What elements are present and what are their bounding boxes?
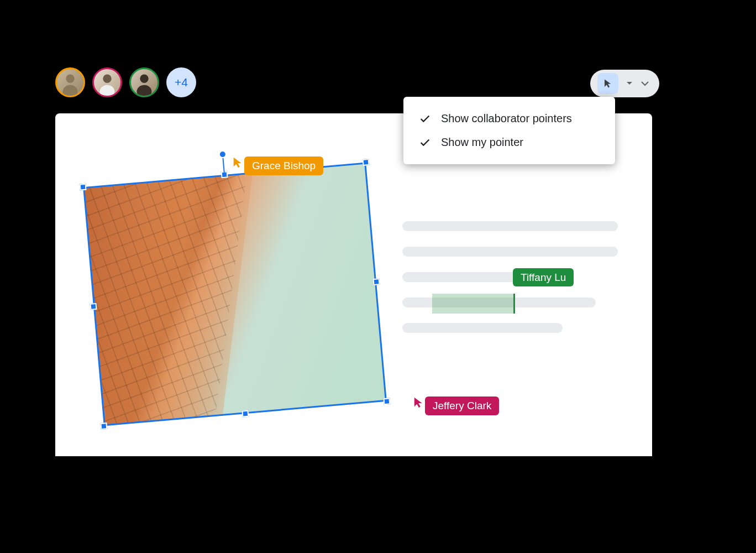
collaborator-name-label: Tiffany Lu — [513, 268, 574, 286]
text-placeholder-block[interactable] — [402, 221, 618, 348]
collaborator-cursor-grace: Grace Bishop — [232, 156, 323, 175]
svg-point-4 — [140, 75, 148, 83]
cursor-arrow-icon — [413, 397, 425, 409]
slide-canvas[interactable]: Grace Bishop Tiffany Lu Jeffery Clark — [55, 113, 652, 456]
cursor-arrow-icon — [232, 156, 244, 169]
menu-item-label: Show my pointer — [441, 136, 523, 149]
avatar-user-3[interactable] — [129, 67, 159, 97]
menu-item-show-my-pointer[interactable]: Show my pointer — [403, 131, 615, 154]
menu-item-show-collaborator-pointers[interactable]: Show collaborator pointers — [403, 107, 615, 131]
resize-handle-middle-right[interactable] — [373, 278, 380, 285]
pointer-dropdown-caret[interactable] — [624, 78, 635, 89]
svg-point-1 — [63, 85, 78, 96]
pointer-tool-button[interactable] — [597, 73, 618, 94]
resize-handle-middle-left[interactable] — [90, 303, 97, 310]
svg-point-5 — [137, 85, 152, 96]
cursor-icon — [603, 79, 613, 88]
selection-border — [83, 162, 387, 426]
text-line — [402, 221, 618, 231]
text-line — [402, 247, 618, 257]
text-line — [402, 323, 563, 333]
resize-handle-top-left[interactable] — [80, 184, 87, 191]
collaborator-selection-tiffany — [432, 294, 515, 314]
avatar-overflow-count[interactable]: +4 — [166, 67, 196, 97]
svg-point-2 — [103, 75, 111, 83]
collaborator-cursor-jeffery: Jeffery Clark — [413, 397, 499, 415]
resize-handle-top-right[interactable] — [363, 159, 370, 166]
avatar-user-2[interactable] — [92, 67, 122, 97]
rotate-handle[interactable] — [218, 150, 227, 158]
check-icon — [419, 113, 431, 125]
collaborator-avatars: +4 — [55, 67, 196, 97]
selected-image[interactable] — [84, 164, 386, 425]
svg-point-3 — [100, 85, 115, 96]
svg-point-0 — [66, 75, 74, 83]
collaborator-name-label: Jeffery Clark — [425, 397, 499, 415]
collaborator-cursor-tiffany: Tiffany Lu — [513, 272, 574, 284]
resize-handle-bottom-middle[interactable] — [242, 410, 249, 418]
pointer-toolbar — [590, 70, 659, 97]
menu-item-label: Show collaborator pointers — [441, 112, 572, 125]
pointer-options-menu: Show collaborator pointers Show my point… — [403, 97, 615, 164]
check-icon — [419, 137, 431, 149]
avatar-user-1[interactable] — [55, 67, 85, 97]
resize-handle-bottom-left[interactable] — [100, 422, 107, 430]
pointer-options-chevron[interactable] — [639, 78, 650, 89]
collaborator-name-label: Grace Bishop — [244, 156, 323, 175]
resize-handle-bottom-right[interactable] — [383, 398, 390, 405]
